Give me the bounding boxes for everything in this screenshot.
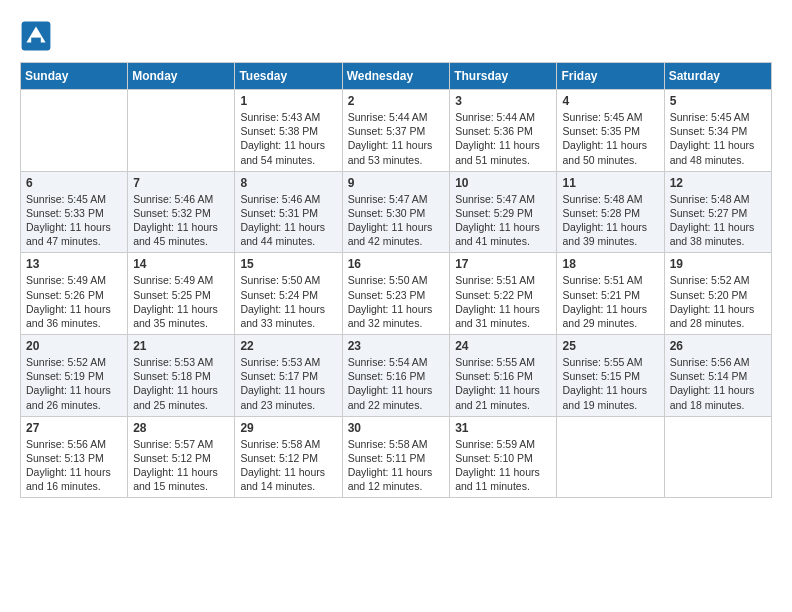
day-number: 16 (348, 257, 445, 271)
calendar-week-row: 27Sunrise: 5:56 AMSunset: 5:13 PMDayligh… (21, 416, 772, 498)
logo-icon (20, 20, 52, 52)
day-number: 29 (240, 421, 336, 435)
calendar-cell: 12Sunrise: 5:48 AMSunset: 5:27 PMDayligh… (664, 171, 771, 253)
day-info: Sunrise: 5:48 AMSunset: 5:27 PMDaylight:… (670, 192, 766, 249)
day-info: Sunrise: 5:52 AMSunset: 5:20 PMDaylight:… (670, 273, 766, 330)
calendar-cell: 5Sunrise: 5:45 AMSunset: 5:34 PMDaylight… (664, 90, 771, 172)
day-info: Sunrise: 5:59 AMSunset: 5:10 PMDaylight:… (455, 437, 551, 494)
day-info: Sunrise: 5:52 AMSunset: 5:19 PMDaylight:… (26, 355, 122, 412)
calendar-cell: 9Sunrise: 5:47 AMSunset: 5:30 PMDaylight… (342, 171, 450, 253)
day-number: 19 (670, 257, 766, 271)
calendar-cell: 13Sunrise: 5:49 AMSunset: 5:26 PMDayligh… (21, 253, 128, 335)
day-number: 12 (670, 176, 766, 190)
calendar-week-row: 20Sunrise: 5:52 AMSunset: 5:19 PMDayligh… (21, 335, 772, 417)
day-info: Sunrise: 5:44 AMSunset: 5:37 PMDaylight:… (348, 110, 445, 167)
page-header (20, 20, 772, 52)
day-info: Sunrise: 5:57 AMSunset: 5:12 PMDaylight:… (133, 437, 229, 494)
day-number: 28 (133, 421, 229, 435)
day-info: Sunrise: 5:56 AMSunset: 5:13 PMDaylight:… (26, 437, 122, 494)
calendar: SundayMondayTuesdayWednesdayThursdayFrid… (20, 62, 772, 498)
calendar-cell: 29Sunrise: 5:58 AMSunset: 5:12 PMDayligh… (235, 416, 342, 498)
day-number: 2 (348, 94, 445, 108)
day-info: Sunrise: 5:58 AMSunset: 5:12 PMDaylight:… (240, 437, 336, 494)
calendar-cell: 26Sunrise: 5:56 AMSunset: 5:14 PMDayligh… (664, 335, 771, 417)
calendar-cell: 16Sunrise: 5:50 AMSunset: 5:23 PMDayligh… (342, 253, 450, 335)
day-info: Sunrise: 5:56 AMSunset: 5:14 PMDaylight:… (670, 355, 766, 412)
calendar-cell (664, 416, 771, 498)
day-info: Sunrise: 5:46 AMSunset: 5:32 PMDaylight:… (133, 192, 229, 249)
calendar-cell: 18Sunrise: 5:51 AMSunset: 5:21 PMDayligh… (557, 253, 664, 335)
calendar-cell: 11Sunrise: 5:48 AMSunset: 5:28 PMDayligh… (557, 171, 664, 253)
day-number: 14 (133, 257, 229, 271)
calendar-cell: 10Sunrise: 5:47 AMSunset: 5:29 PMDayligh… (450, 171, 557, 253)
calendar-cell: 1Sunrise: 5:43 AMSunset: 5:38 PMDaylight… (235, 90, 342, 172)
weekday-header: Tuesday (235, 63, 342, 90)
day-number: 18 (562, 257, 658, 271)
day-info: Sunrise: 5:47 AMSunset: 5:29 PMDaylight:… (455, 192, 551, 249)
calendar-cell: 17Sunrise: 5:51 AMSunset: 5:22 PMDayligh… (450, 253, 557, 335)
calendar-cell: 22Sunrise: 5:53 AMSunset: 5:17 PMDayligh… (235, 335, 342, 417)
day-info: Sunrise: 5:50 AMSunset: 5:23 PMDaylight:… (348, 273, 445, 330)
day-info: Sunrise: 5:53 AMSunset: 5:18 PMDaylight:… (133, 355, 229, 412)
day-info: Sunrise: 5:49 AMSunset: 5:25 PMDaylight:… (133, 273, 229, 330)
day-info: Sunrise: 5:50 AMSunset: 5:24 PMDaylight:… (240, 273, 336, 330)
calendar-cell: 30Sunrise: 5:58 AMSunset: 5:11 PMDayligh… (342, 416, 450, 498)
day-number: 30 (348, 421, 445, 435)
calendar-cell: 21Sunrise: 5:53 AMSunset: 5:18 PMDayligh… (128, 335, 235, 417)
calendar-cell: 25Sunrise: 5:55 AMSunset: 5:15 PMDayligh… (557, 335, 664, 417)
weekday-header: Saturday (664, 63, 771, 90)
day-number: 1 (240, 94, 336, 108)
calendar-week-row: 1Sunrise: 5:43 AMSunset: 5:38 PMDaylight… (21, 90, 772, 172)
day-info: Sunrise: 5:46 AMSunset: 5:31 PMDaylight:… (240, 192, 336, 249)
calendar-cell: 24Sunrise: 5:55 AMSunset: 5:16 PMDayligh… (450, 335, 557, 417)
day-number: 4 (562, 94, 658, 108)
calendar-cell: 14Sunrise: 5:49 AMSunset: 5:25 PMDayligh… (128, 253, 235, 335)
weekday-header: Wednesday (342, 63, 450, 90)
calendar-cell: 23Sunrise: 5:54 AMSunset: 5:16 PMDayligh… (342, 335, 450, 417)
calendar-cell (557, 416, 664, 498)
day-info: Sunrise: 5:55 AMSunset: 5:16 PMDaylight:… (455, 355, 551, 412)
day-info: Sunrise: 5:45 AMSunset: 5:33 PMDaylight:… (26, 192, 122, 249)
day-number: 11 (562, 176, 658, 190)
calendar-cell (21, 90, 128, 172)
calendar-cell: 4Sunrise: 5:45 AMSunset: 5:35 PMDaylight… (557, 90, 664, 172)
day-number: 27 (26, 421, 122, 435)
logo (20, 20, 56, 52)
svg-rect-2 (31, 38, 41, 46)
day-number: 10 (455, 176, 551, 190)
day-number: 9 (348, 176, 445, 190)
calendar-cell: 31Sunrise: 5:59 AMSunset: 5:10 PMDayligh… (450, 416, 557, 498)
calendar-cell (128, 90, 235, 172)
day-number: 25 (562, 339, 658, 353)
day-number: 15 (240, 257, 336, 271)
weekday-header: Thursday (450, 63, 557, 90)
day-number: 6 (26, 176, 122, 190)
day-number: 22 (240, 339, 336, 353)
calendar-cell: 15Sunrise: 5:50 AMSunset: 5:24 PMDayligh… (235, 253, 342, 335)
day-info: Sunrise: 5:58 AMSunset: 5:11 PMDaylight:… (348, 437, 445, 494)
day-info: Sunrise: 5:43 AMSunset: 5:38 PMDaylight:… (240, 110, 336, 167)
calendar-cell: 27Sunrise: 5:56 AMSunset: 5:13 PMDayligh… (21, 416, 128, 498)
day-info: Sunrise: 5:48 AMSunset: 5:28 PMDaylight:… (562, 192, 658, 249)
day-number: 31 (455, 421, 551, 435)
calendar-cell: 7Sunrise: 5:46 AMSunset: 5:32 PMDaylight… (128, 171, 235, 253)
day-number: 21 (133, 339, 229, 353)
calendar-header-row: SundayMondayTuesdayWednesdayThursdayFrid… (21, 63, 772, 90)
day-info: Sunrise: 5:49 AMSunset: 5:26 PMDaylight:… (26, 273, 122, 330)
weekday-header: Sunday (21, 63, 128, 90)
day-info: Sunrise: 5:44 AMSunset: 5:36 PMDaylight:… (455, 110, 551, 167)
day-info: Sunrise: 5:55 AMSunset: 5:15 PMDaylight:… (562, 355, 658, 412)
weekday-header: Monday (128, 63, 235, 90)
day-info: Sunrise: 5:47 AMSunset: 5:30 PMDaylight:… (348, 192, 445, 249)
day-number: 26 (670, 339, 766, 353)
day-number: 8 (240, 176, 336, 190)
day-info: Sunrise: 5:53 AMSunset: 5:17 PMDaylight:… (240, 355, 336, 412)
calendar-cell: 2Sunrise: 5:44 AMSunset: 5:37 PMDaylight… (342, 90, 450, 172)
day-number: 7 (133, 176, 229, 190)
day-info: Sunrise: 5:51 AMSunset: 5:22 PMDaylight:… (455, 273, 551, 330)
day-number: 5 (670, 94, 766, 108)
calendar-cell: 28Sunrise: 5:57 AMSunset: 5:12 PMDayligh… (128, 416, 235, 498)
day-number: 17 (455, 257, 551, 271)
day-number: 24 (455, 339, 551, 353)
calendar-week-row: 6Sunrise: 5:45 AMSunset: 5:33 PMDaylight… (21, 171, 772, 253)
